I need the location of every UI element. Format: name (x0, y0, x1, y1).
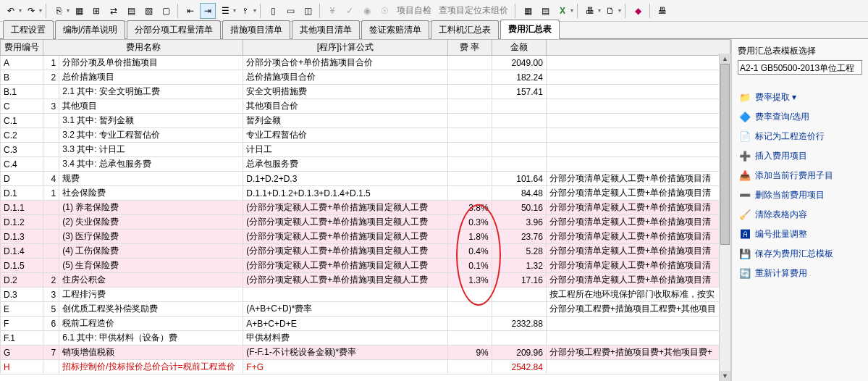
panel1-icon[interactable]: ▦ (520, 3, 536, 19)
page-icon[interactable]: ▢ (158, 3, 174, 19)
side-action-2[interactable]: 📄标记为工程造价行 (738, 127, 862, 146)
table-row[interactable]: D.33工程排污费按工程所在地环境保护部门收取标准，按实 (1, 288, 730, 302)
table-row[interactable]: C.43.4 其中: 总承包服务费总承包服务费 (1, 157, 730, 172)
action-icon: 🅰 (739, 229, 751, 240)
side-action-7[interactable]: 🅰编号批量调整 (738, 225, 862, 244)
tab-bar: 工程设置编制/清单说明分部分项工程量清单措施项目清单其他项目清单签证索赔清单工料… (0, 22, 868, 39)
side-action-9[interactable]: 🔄重新计算费用 (738, 264, 862, 283)
vertical-scrollbar[interactable]: ▲ ▼ (719, 54, 730, 381)
action-icon: ➕ (739, 151, 751, 162)
search-icon[interactable]: ☉ (376, 3, 392, 19)
table-row[interactable]: D.1.2(2) 失业保险费(分部分项定额人工费+单价措施项目定额人工费0.3%… (1, 215, 730, 230)
action-icon: 🔄 (739, 268, 751, 280)
table-row[interactable]: D.1.1(1) 养老保险费(分部分项定额人工费+单价措施项目定额人工费3.8%… (1, 201, 730, 215)
table-row[interactable]: B.12.1 其中: 安全文明施工费安全文明措施费157.41 (1, 85, 730, 99)
scroll-up-icon[interactable]: ▲ (720, 54, 730, 64)
mark-icon[interactable]: ◉ (359, 3, 375, 19)
table-row[interactable]: D.22住房公积金(分部分项定额人工费+单价措施项目定额人工费1.3%17.16… (1, 273, 730, 288)
fee-summary-table[interactable]: 费用编号 费用名称 [程序]计算公式 费 率 金额 A1分部分项及单价措施项目分… (0, 39, 730, 374)
table-row[interactable]: C3其他项目其他项目合价 (1, 99, 730, 114)
table-row[interactable]: D.1.3(3) 医疗保险费(分部分项定额人工费+单价措施项目定额人工费1.8%… (1, 230, 730, 244)
filter-icon[interactable]: ⫯ (237, 3, 253, 19)
grid-icon[interactable]: ⊞ (88, 3, 104, 19)
template-select[interactable]: A2-1 GB50500-2013单位工程 (738, 60, 862, 75)
table-row[interactable]: C.33.3 其中: 计日工计日工 (1, 143, 730, 157)
doc-icon[interactable]: ▧ (140, 3, 156, 19)
side-action-0[interactable]: 📁费率提取 ▾ (738, 88, 862, 107)
action-label: 编号批量调整 (755, 228, 807, 240)
action-label: 保存为费用汇总模板 (755, 248, 833, 260)
table-row[interactable]: F.16.1 其中: 甲供材料（设备）费甲供材料费 (1, 331, 730, 346)
print-icon[interactable]: 🖶 (582, 3, 598, 19)
action-label: 删除当前费用项目 (755, 189, 825, 201)
action-icon: 📥 (739, 170, 751, 182)
indent-right-icon[interactable]: ⇥ (200, 3, 216, 19)
action-icon: 💾 (739, 248, 751, 260)
layout1-icon[interactable]: ▯ (265, 3, 281, 19)
table-row[interactable]: D.1.4(4) 工伤保险费(分部分项定额人工费+单价措施项目定额人工费0.4%… (1, 244, 730, 259)
indent-left-icon[interactable]: ⇤ (182, 3, 198, 19)
cost-icon[interactable]: ¥ (324, 3, 340, 19)
preview-icon[interactable]: 🗋 (602, 3, 618, 19)
table-row[interactable]: F6税前工程造价A+B+C+D+E2332.88 (1, 317, 730, 331)
action-label: 清除表格内容 (755, 209, 807, 221)
table-row[interactable]: H招标控制价/投标报价总价合计=税前工程造价F+G2542.84 (1, 360, 730, 374)
tab-1[interactable]: 编制/清单说明 (55, 20, 125, 39)
tab-2[interactable]: 分部分项工程量清单 (127, 20, 221, 39)
undo-icon[interactable]: ↶ (3, 3, 19, 19)
tab-0[interactable]: 工程设置 (3, 20, 54, 39)
scroll-thumb[interactable] (720, 64, 730, 245)
header-name[interactable]: 费用名称 (43, 40, 243, 56)
table-row[interactable]: D.11社会保险费D.1.1+D.1.2+D.1.3+D.1.4+D.1.584… (1, 186, 730, 201)
tab-7[interactable]: 费用汇总表 (500, 20, 560, 39)
locate-btn[interactable]: 查项目定位未组价 (436, 4, 511, 17)
tab-3[interactable]: 措施项目清单 (222, 20, 290, 39)
table-row[interactable]: A1分部分项及单价措施项目分部分项合价+单价措施项目合价2049.00 (1, 56, 730, 70)
header-formula[interactable]: [程序]计算公式 (243, 40, 447, 56)
side-action-6[interactable]: 🧹清除表格内容 (738, 205, 862, 225)
table-row[interactable]: E5创优质工程奖补偿奖励费(A+B+C+D)*费率分部分项工程费+措施项目工程费… (1, 302, 730, 317)
printer-icon[interactable]: 🖶 (654, 3, 670, 19)
tab-6[interactable]: 工料机汇总表 (431, 20, 499, 39)
side-action-1[interactable]: 🔷费率查询/选用 (738, 107, 862, 127)
tab-4[interactable]: 其他项目清单 (292, 20, 360, 39)
action-label: 重新计算费用 (755, 267, 807, 280)
header-amount[interactable]: 金额 (492, 40, 546, 56)
template-select-label: 费用汇总表模板选择 (738, 45, 862, 57)
panel2-icon[interactable]: ▤ (537, 3, 553, 19)
help-icon[interactable]: ◆ (630, 3, 646, 19)
action-label: 标记为工程造价行 (755, 130, 825, 143)
action-icon: 🔷 (739, 112, 751, 123)
action-icon: ➖ (739, 190, 751, 201)
header-rate[interactable]: 费 率 (447, 40, 492, 56)
tab-5[interactable]: 签证索赔清单 (361, 20, 429, 39)
header-code[interactable]: 费用编号 (1, 40, 43, 56)
calc-icon[interactable]: ▦ (71, 3, 87, 19)
project-check-btn[interactable]: 项目自检 (394, 4, 434, 17)
redo-icon[interactable]: ↷ (23, 3, 39, 19)
side-action-3[interactable]: ➕插入费用项目 (738, 146, 862, 166)
side-action-4[interactable]: 📥添加当前行费用子目 (738, 166, 862, 185)
action-icon: 📁 (739, 92, 751, 104)
layout2-icon[interactable]: ▭ (282, 3, 298, 19)
table-row[interactable]: D.1.5(5) 生育保险费(分部分项定额人工费+单价措施项目定额人工费0.1%… (1, 259, 730, 273)
excel-icon[interactable]: X (555, 3, 570, 19)
tool-icon[interactable]: ⎘ (51, 3, 67, 19)
side-action-8[interactable]: 💾保存为费用汇总模板 (738, 244, 862, 264)
side-action-5[interactable]: ➖删除当前费用项目 (738, 185, 862, 205)
scroll-down-icon[interactable]: ▼ (720, 371, 730, 381)
list-icon[interactable]: ☰ (217, 3, 233, 19)
layout3-icon[interactable]: ◫ (300, 3, 316, 19)
table-row[interactable]: G7销项增值税额(F-F.1-不计税设备金额)*费率9%209.96分部分项工程… (1, 346, 730, 360)
check-icon[interactable]: ✓ (342, 3, 358, 19)
header-remark[interactable] (546, 40, 730, 56)
table-row[interactable]: B2总价措施项目总价措施项目合价182.24 (1, 70, 730, 85)
table-row[interactable]: D4规费D.1+D.2+D.3101.64分部分项清单定额人工费+单价措施项目清 (1, 172, 730, 186)
table-row[interactable]: C.13.1 其中: 暂列金额暂列金额 (1, 114, 730, 128)
action-icon: 🧹 (739, 209, 751, 221)
sheet-icon[interactable]: ▤ (123, 3, 139, 19)
action-label: 添加当前行费用子目 (755, 169, 833, 182)
swap-icon[interactable]: ⇄ (106, 3, 122, 19)
table-row[interactable]: C.23.2 其中: 专业工程暂估价专业工程暂估价 (1, 128, 730, 143)
action-label: 费率查询/选用 (755, 111, 809, 123)
